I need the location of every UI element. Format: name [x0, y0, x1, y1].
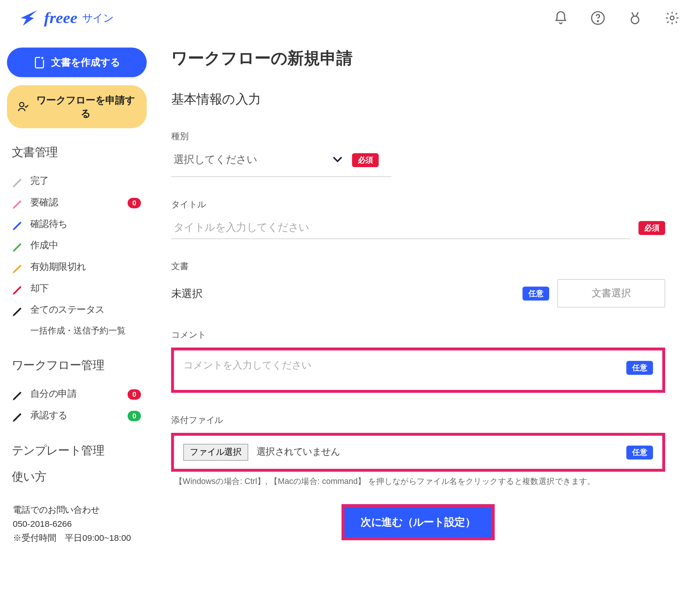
- document-select-button[interactable]: 文書選択: [557, 279, 665, 307]
- header-icons: [550, 8, 683, 28]
- title-field-group: タイトル 必須: [171, 199, 665, 239]
- type-select[interactable]: 選択してください: [171, 149, 345, 171]
- required-tag: 必須: [352, 153, 378, 167]
- sidebar-item-label: 一括作成・送信予約一覧: [30, 326, 126, 337]
- medal-icon[interactable]: [625, 8, 645, 28]
- sidebar-item-rejected[interactable]: 却下: [7, 278, 147, 299]
- pen-icon: [12, 175, 23, 187]
- badge-count: 0: [128, 410, 141, 421]
- document-field-group: 文書 未選択 任意 文書選択: [171, 261, 665, 307]
- sidebar-item-all-status[interactable]: 全てのステータス: [7, 299, 147, 321]
- wf-mgmt-label: ワークフロー管理: [12, 357, 147, 373]
- pen-icon: [12, 304, 23, 316]
- next-button[interactable]: 次に進む（ルート設定）: [342, 504, 495, 540]
- create-doc-label: 文書を作成する: [51, 56, 120, 69]
- sidebar-item-completed[interactable]: 完了: [7, 171, 147, 192]
- sidebar-item-label: 全てのステータス: [30, 304, 105, 316]
- create-document-button[interactable]: 文書を作成する: [7, 48, 147, 77]
- sidebar-item-approve[interactable]: 承認する 0: [7, 405, 147, 427]
- badge-count: 0: [128, 197, 141, 208]
- type-placeholder: 選択してください: [173, 153, 257, 167]
- type-label: 種別: [171, 131, 665, 142]
- svg-point-3: [670, 16, 674, 20]
- sidebar-item-drafting[interactable]: 作成中: [7, 235, 147, 257]
- pen-icon: [12, 197, 23, 209]
- contact-phone: 050-2018-6266: [13, 517, 147, 531]
- section-title: 基本情報の入力: [171, 91, 665, 108]
- sidebar-item-label: 要確認: [30, 197, 58, 209]
- howto-label[interactable]: 使い方: [12, 469, 147, 484]
- type-underline: [171, 173, 392, 177]
- person-check-icon: [17, 101, 29, 113]
- doc-mgmt-label: 文書管理: [12, 144, 147, 160]
- pen-icon: [12, 283, 23, 294]
- apply-workflow-button[interactable]: ワークフローを申請する: [7, 85, 147, 128]
- optional-tag: 任意: [522, 287, 549, 301]
- title-input[interactable]: [171, 217, 631, 239]
- sidebar-item-need-confirm[interactable]: 要確認 0: [7, 192, 147, 214]
- sidebar-item-expired[interactable]: 有効期限切れ: [7, 257, 147, 278]
- sidebar-item-label: 却下: [30, 283, 49, 295]
- sidebar-item-my-requests[interactable]: 自分の申請 0: [7, 384, 147, 405]
- file-select-button[interactable]: ファイル選択: [183, 444, 248, 460]
- logo[interactable]: freee サイン: [17, 7, 113, 29]
- sidebar-item-label: 承認する: [30, 410, 67, 422]
- pen-icon: [12, 240, 23, 252]
- logo-sub: サイン: [82, 11, 114, 25]
- pen-icon: [12, 218, 23, 230]
- pen-icon: [12, 261, 23, 273]
- sidebar-item-label: 作成中: [30, 240, 58, 252]
- contact-hours: ※受付時間 平日09:00~18:00: [13, 531, 147, 545]
- logo-bird-icon: [17, 7, 39, 29]
- file-status: 選択されていません: [256, 446, 340, 458]
- comment-input[interactable]: [183, 359, 618, 382]
- sidebar-item-waiting[interactable]: 確認待ち: [7, 213, 147, 235]
- sidebar-item-label: 確認待ち: [30, 218, 67, 230]
- comment-label: コメント: [171, 330, 665, 341]
- comment-highlight: 任意: [171, 348, 665, 393]
- required-tag: 必須: [639, 221, 665, 235]
- next-button-wrap: 次に進む（ルート設定）: [171, 504, 665, 540]
- chevron-down-icon: [332, 156, 343, 163]
- help-icon[interactable]: [588, 8, 608, 28]
- attachment-hint: 【Windowsの場合: Ctrl】, 【Macの場合: command】 を押…: [175, 476, 665, 487]
- sidebar-item-bulk[interactable]: 一括作成・送信予約一覧: [7, 321, 147, 341]
- gear-icon[interactable]: [662, 8, 683, 28]
- sidebar: 文書を作成する ワークフローを申請する 文書管理 完了 要確認 0 確認待ち 作…: [0, 36, 154, 557]
- pen-icon: [12, 410, 23, 422]
- svg-point-1: [597, 20, 598, 22]
- title-label: タイトル: [171, 199, 665, 210]
- attachment-label: 添付ファイル: [171, 415, 665, 426]
- badge-count: 0: [128, 389, 141, 400]
- attachment-highlight: ファイル選択 選択されていません 任意: [171, 433, 665, 472]
- contact-line1: 電話でのお問い合わせ: [13, 503, 147, 517]
- sidebar-item-label: 自分の申請: [30, 388, 77, 400]
- page-title: ワークフローの新規申請: [171, 48, 665, 70]
- optional-tag: 任意: [626, 445, 653, 459]
- apply-workflow-label: ワークフローを申請する: [35, 93, 136, 120]
- attachment-field-group: 添付ファイル ファイル選択 選択されていません 任意 【Windowsの場合: …: [171, 415, 665, 487]
- main-content: ワークフローの新規申請 基本情報の入力 種別 選択してください 必須 タイトル …: [154, 36, 700, 557]
- svg-point-2: [631, 16, 639, 23]
- bell-icon[interactable]: [550, 8, 571, 28]
- pen-icon: [12, 388, 23, 400]
- contact-block: 電話でのお問い合わせ 050-2018-6266 ※受付時間 平日09:00~1…: [7, 503, 147, 545]
- svg-point-6: [20, 102, 24, 106]
- document-plus-icon: [34, 56, 45, 69]
- tpl-mgmt-label[interactable]: テンプレート管理: [12, 443, 147, 458]
- document-status: 未選択: [171, 287, 514, 301]
- comment-field-group: コメント 任意: [171, 330, 665, 393]
- sidebar-item-label: 完了: [30, 175, 49, 187]
- header: freee サイン: [0, 0, 700, 36]
- type-field-group: 種別 選択してください 必須: [171, 131, 665, 177]
- sidebar-item-label: 有効期限切れ: [30, 261, 86, 273]
- logo-text: freee: [44, 9, 77, 27]
- document-label: 文書: [171, 261, 665, 272]
- optional-tag: 任意: [626, 361, 653, 375]
